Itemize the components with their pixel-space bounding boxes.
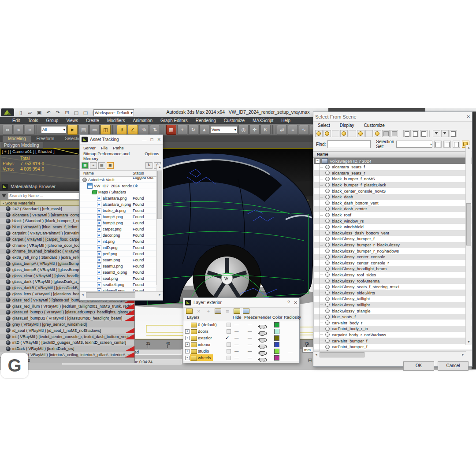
refresh-icon[interactable]: ↻	[145, 162, 152, 169]
window-layout-icon[interactable]: ▢	[82, 109, 89, 116]
scene-object-row[interactable]: blackGlossy_taillight	[314, 302, 472, 308]
create-new-layer-icon[interactable]	[186, 309, 193, 314]
column-status[interactable]: Status	[133, 171, 144, 175]
asset-row[interactable]: int.pngFound	[80, 238, 156, 245]
column-color[interactable]: Color	[272, 315, 283, 320]
scrollbar-thumb[interactable]	[466, 203, 471, 245]
asset-tracking-titlebar[interactable]: Asset Tracking — □ ✕	[80, 135, 163, 145]
display-lights-filter-icon[interactable]	[332, 130, 339, 137]
layer-properties-icon[interactable]	[234, 309, 240, 314]
hide-toggle[interactable]: —	[234, 342, 239, 347]
material-item[interactable]: glassLed_bumpB ( VRayMtl ) [glassLedBump…	[0, 309, 134, 316]
freeze-toggle[interactable]: —	[248, 329, 252, 334]
asset-row[interactable]: Autodesk VaultLogged Out ..	[80, 177, 156, 183]
asset-row[interactable]: alcantara.pngFound	[80, 195, 156, 201]
application-menu-button[interactable]	[1, 108, 14, 116]
select-and-link-icon[interactable]: ∞	[3, 125, 13, 135]
scene-horizontal-scrollbar[interactable]: ◄ ►	[313, 351, 466, 357]
ribbon-tab-freeform[interactable]: Freeform	[31, 136, 60, 142]
edit-selection-set-icon[interactable]	[453, 141, 460, 148]
layer-row-studio[interactable]: +studio———	[183, 348, 299, 354]
asset-menu-paths[interactable]: Paths	[113, 145, 123, 150]
add-to-layer-icon[interactable]: +	[205, 309, 212, 314]
expand-icon[interactable]: +	[185, 342, 190, 347]
reference-coordsys-combo[interactable]: View▾	[210, 126, 238, 134]
display-shapes-filter-icon[interactable]	[324, 130, 331, 137]
scene-object-row[interactable]: black_bumper_f_plasticBlack	[314, 182, 472, 188]
layer-row-doors[interactable]: +doors——	[183, 328, 299, 335]
scene-object-row[interactable]: black_roof	[314, 212, 472, 218]
asset-menu-file[interactable]: File	[101, 145, 108, 150]
viewport-label[interactable]: [ + ] [ Camera01 ] [ Shaded ]	[2, 149, 55, 154]
scene-object-row[interactable]: blackGlossy_bumper_f	[314, 236, 472, 242]
save-selection-set-icon[interactable]	[434, 141, 442, 148]
asset-row[interactable]: Maps / Shaders	[80, 189, 156, 195]
expand-icon[interactable]: +	[185, 349, 190, 353]
select-objects-in-layer-icon[interactable]	[215, 309, 221, 314]
layer-row-interior[interactable]: +interior——	[183, 341, 299, 348]
layer-dialog-titlebar[interactable]: Layer: exterior ? ✕	[183, 298, 299, 308]
redo-icon[interactable]: ↷	[54, 109, 62, 116]
layer-checkbox[interactable]	[227, 349, 231, 353]
menu-modifiers[interactable]: Modifiers	[107, 118, 125, 123]
layer-color-swatch[interactable]	[274, 335, 279, 341]
menu-edit[interactable]: Edit	[12, 118, 20, 123]
scene-object-row[interactable]: blue_seats_f	[314, 314, 472, 320]
table-export-icon[interactable]: ▦	[82, 162, 89, 169]
tab-polygon-modeling[interactable]: Polygon Modeling	[0, 142, 43, 149]
angle-snap-icon[interactable]: ∠	[128, 125, 138, 135]
layer-color-swatch[interactable]	[274, 349, 279, 354]
asset-row[interactable]: alcantara_n.pngFound	[80, 201, 156, 208]
filter-icon[interactable]	[433, 130, 440, 137]
freeze-toggle[interactable]: —	[248, 355, 252, 360]
freeze-toggle[interactable]: —	[248, 335, 252, 340]
display-containers-filter-icon[interactable]	[390, 130, 398, 137]
column-layers[interactable]: Layers	[187, 315, 200, 320]
render-teapot-icon[interactable]	[259, 356, 265, 363]
list-view-icon[interactable]: ≡	[90, 162, 97, 169]
display-dependents-icon[interactable]	[420, 130, 428, 137]
asset-row[interactable]: seat.pngFound	[80, 275, 156, 282]
menu-animation[interactable]: Animation	[133, 118, 152, 123]
asset-row[interactable]: seatbelt.pngFound	[80, 282, 156, 288]
help-icon[interactable]: ?	[287, 300, 290, 305]
scene-vertical-scrollbar[interactable]: ▲ ▼	[465, 145, 472, 345]
display-spacewarps-filter-icon[interactable]	[357, 130, 364, 137]
load-selection-set-icon[interactable]	[443, 141, 451, 148]
layer-color-swatch[interactable]	[274, 329, 279, 334]
scene-object-row[interactable]: alcantara_seats_f	[314, 164, 472, 170]
scrollbar-thumb[interactable]	[157, 171, 162, 219]
scroll-right-icon[interactable]: ►	[157, 293, 163, 296]
display-helpers-filter-icon[interactable]	[349, 130, 356, 137]
select-from-scene-titlebar[interactable]: Select From Scene ✕	[313, 112, 472, 122]
material-item[interactable]: id_seat ( VRayMtl ) [id_seat_f_noMS_noSh…	[0, 327, 134, 334]
asset-menu-options[interactable]: Options	[145, 151, 159, 161]
ok-button[interactable]: OK	[403, 361, 434, 371]
layer-color-swatch[interactable]	[274, 342, 279, 347]
align-icon[interactable]: ≡	[288, 125, 298, 135]
scene-object-row[interactable]: carPaint_bumper_f	[314, 338, 472, 344]
hold-icon[interactable]: ⊡	[63, 109, 71, 116]
asset-row[interactable]: intD.pngFound	[80, 245, 156, 251]
scrollbar-thumb[interactable]	[86, 292, 135, 298]
scene-root-row[interactable]: − Volkswagen ID.7 2024	[314, 158, 472, 164]
selection-filter-combo[interactable]: All▾	[41, 126, 67, 134]
menu-tools[interactable]: Tools	[28, 118, 38, 123]
material-item[interactable]: glassLed_bumpB2 ( VRayMtl ) [glassBumpB_…	[0, 315, 134, 321]
select-by-name-icon[interactable]: ▤	[78, 125, 89, 135]
expand-icon[interactable]: +	[185, 329, 190, 334]
column-render[interactable]: Render	[257, 315, 271, 320]
scroll-up-icon[interactable]: ▲	[157, 164, 163, 170]
menu-group[interactable]: Group	[46, 118, 59, 123]
display-children-icon[interactable]	[403, 130, 411, 137]
material-item[interactable]: grey ( VRayMtl ) [grey_sensor_windshield…	[0, 321, 134, 327]
hide-toggle[interactable]: —	[234, 355, 239, 360]
asset-row[interactable]: carpet.pngFound	[80, 226, 156, 232]
menu-maxscript[interactable]: MAXScript	[253, 118, 273, 123]
percent-snap-icon[interactable]: %	[139, 125, 149, 135]
workspace-combo[interactable]: Workspace: Default▾	[93, 109, 134, 116]
asset-row[interactable]: VW_ID7_2024_rende...Ok	[80, 183, 156, 189]
scroll-up-icon[interactable]: ▲	[466, 145, 472, 150]
window-crossing-icon[interactable]: ◫	[100, 125, 111, 135]
layer-checkbox[interactable]	[227, 342, 231, 347]
